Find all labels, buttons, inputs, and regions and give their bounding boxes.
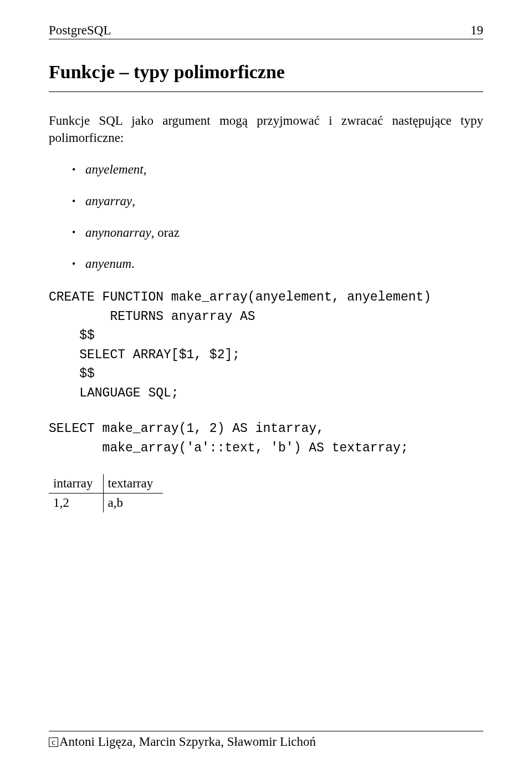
- suffix: .: [131, 257, 135, 271]
- code-select: SELECT make_array(1, 2) AS intarray, mak…: [49, 419, 483, 457]
- bullet-icon: •: [72, 258, 75, 271]
- section-title: Funkcje – typy polimorficzne: [49, 62, 483, 83]
- section-rule: [49, 91, 483, 92]
- suffix: ,: [144, 162, 147, 176]
- type-name: anyenum: [85, 257, 131, 271]
- table-cell: 1,2: [49, 494, 103, 513]
- bullet-icon: •: [72, 226, 75, 239]
- running-title: PostgreSQL: [49, 23, 111, 38]
- type-name: anyarray: [85, 194, 132, 208]
- suffix: , oraz: [151, 226, 180, 240]
- type-name: anyelement: [85, 162, 144, 176]
- suffix: ,: [132, 194, 135, 208]
- list-item: • anyenum.: [72, 256, 483, 272]
- list-item: • anyelement,: [72, 162, 483, 178]
- table-header-row: intarray textarray: [49, 474, 163, 494]
- intro-paragraph: Funkcje SQL jako argument mogą przyjmowa…: [49, 112, 483, 146]
- result-table: intarray textarray 1,2 a,b: [49, 474, 163, 512]
- code-create-function: CREATE FUNCTION make_array(anyelement, a…: [49, 288, 483, 403]
- list-item: • anynonarray, oraz: [72, 225, 483, 241]
- type-name: anynonarray: [85, 226, 151, 240]
- footer-authors: Antoni Ligęza, Marcin Szpyrka, Sławomir …: [59, 735, 316, 749]
- table-cell: a,b: [103, 494, 163, 513]
- page: PostgreSQL 19 Funkcje – typy polimorficz…: [0, 0, 532, 768]
- bullet-icon: •: [72, 195, 75, 208]
- copyright-icon: c: [49, 738, 58, 747]
- list-item: • anyarray,: [72, 194, 483, 210]
- footer-text: cAntoni Ligęza, Marcin Szpyrka, Sławomir…: [49, 735, 483, 749]
- table-header: intarray: [49, 474, 103, 494]
- bullet-icon: •: [72, 164, 75, 176]
- running-header: PostgreSQL 19: [49, 23, 483, 38]
- header-rule: [49, 39, 483, 39]
- table-header: textarray: [103, 474, 163, 494]
- table-row: 1,2 a,b: [49, 494, 163, 513]
- footer: cAntoni Ligęza, Marcin Szpyrka, Sławomir…: [49, 731, 483, 749]
- page-number: 19: [470, 23, 483, 38]
- footer-rule: [49, 731, 483, 731]
- polymorphic-types-list: • anyelement, • anyarray, • anynonarray,…: [49, 162, 483, 272]
